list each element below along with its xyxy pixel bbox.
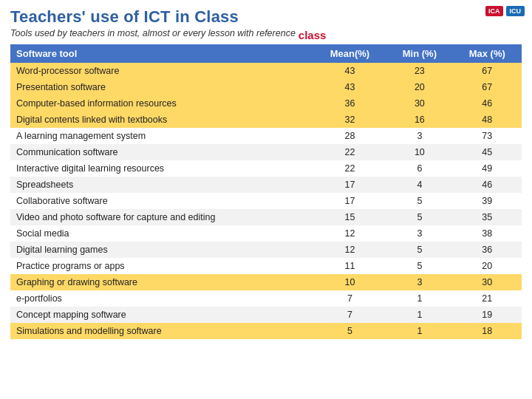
cell-mean: 10 — [313, 274, 387, 290]
cell-min: 3 — [386, 128, 452, 144]
cell-mean: 5 — [313, 323, 387, 339]
cell-max: 18 — [453, 323, 522, 339]
table-row: Simulations and modelling software5118 — [10, 323, 522, 339]
cell-max: 39 — [453, 193, 522, 209]
cell-min: 6 — [386, 160, 452, 177]
page-title: Teachers' use of ICT in Class — [10, 7, 522, 27]
table-row: Communication software221045 — [10, 144, 522, 160]
col-header-mean: Mean(%) — [313, 44, 387, 63]
cell-min: 4 — [386, 177, 452, 193]
cell-max: 45 — [453, 144, 522, 160]
cell-tool: Concept mapping software — [10, 307, 313, 323]
cell-mean: 43 — [313, 63, 387, 79]
cell-tool: Presentation software — [10, 79, 313, 95]
cell-tool: Communication software — [10, 144, 313, 160]
cell-mean: 12 — [313, 225, 387, 242]
cell-mean: 28 — [313, 128, 387, 144]
logo-area: ICA ICU — [485, 6, 525, 16]
cell-mean: 7 — [313, 290, 387, 307]
cell-min: 1 — [386, 290, 452, 307]
table-row: Social media12338 — [10, 225, 522, 242]
table-row: Presentation software432067 — [10, 79, 522, 95]
cell-tool: Interactive digital learning resources — [10, 160, 313, 177]
table-row: Practice programs or apps11520 — [10, 258, 522, 274]
cell-max: 35 — [453, 209, 522, 225]
cell-max: 21 — [453, 290, 522, 307]
table-row: Digital contents linked with textbooks32… — [10, 112, 522, 128]
ica-logo: ICA — [485, 6, 503, 16]
cell-max: 20 — [453, 258, 522, 274]
main-container: ICA ICU Teachers' use of ICT in Class To… — [0, 0, 532, 399]
cell-mean: 22 — [313, 160, 387, 177]
cell-tool: Spreadsheets — [10, 177, 313, 193]
table-row: e-portfolios7121 — [10, 290, 522, 307]
table-row: Word-processor software432367 — [10, 63, 522, 79]
cell-tool: Practice programs or apps — [10, 258, 313, 274]
cell-tool: Graphing or drawing software — [10, 274, 313, 290]
cell-min: 3 — [386, 225, 452, 242]
table-row: A learning management system28373 — [10, 128, 522, 144]
col-header-max: Max (%) — [453, 44, 522, 63]
cell-mean: 11 — [313, 258, 387, 274]
cell-mean: 43 — [313, 79, 387, 95]
subtitle: Tools used by teachers in most, almost o… — [10, 28, 296, 38]
col-header-tool: Software tool — [10, 44, 313, 63]
cell-tool: Video and photo software for capture and… — [10, 209, 313, 225]
table-header-row: Software tool Mean(%) Min (%) Max (%) — [10, 44, 522, 63]
col-header-min: Min (%) — [386, 44, 452, 63]
cell-mean: 17 — [313, 177, 387, 193]
cell-mean: 36 — [313, 95, 387, 112]
table-row: Concept mapping software7119 — [10, 307, 522, 323]
cell-tool: A learning management system — [10, 128, 313, 144]
cell-min: 5 — [386, 209, 452, 225]
data-table: Software tool Mean(%) Min (%) Max (%) Wo… — [10, 44, 522, 339]
cell-max: 38 — [453, 225, 522, 242]
cell-min: 20 — [386, 79, 452, 95]
cell-tool: Computer-based information resources — [10, 95, 313, 112]
cell-max: 46 — [453, 95, 522, 112]
cell-min: 5 — [386, 242, 452, 258]
class-label: class — [299, 29, 327, 41]
cell-mean: 32 — [313, 112, 387, 128]
table-row: Digital learning games12536 — [10, 242, 522, 258]
cell-tool: Collaborative software — [10, 193, 313, 209]
icu-logo: ICU — [506, 6, 525, 16]
cell-min: 23 — [386, 63, 452, 79]
cell-tool: Digital contents linked with textbooks — [10, 112, 313, 128]
table-row: Video and photo software for capture and… — [10, 209, 522, 225]
cell-mean: 7 — [313, 307, 387, 323]
cell-max: 46 — [453, 177, 522, 193]
cell-max: 73 — [453, 128, 522, 144]
cell-max: 19 — [453, 307, 522, 323]
cell-min: 1 — [386, 323, 452, 339]
cell-min: 5 — [386, 193, 452, 209]
cell-min: 3 — [386, 274, 452, 290]
table-row: Spreadsheets17446 — [10, 177, 522, 193]
cell-tool: Social media — [10, 225, 313, 242]
cell-max: 48 — [453, 112, 522, 128]
cell-tool: Simulations and modelling software — [10, 323, 313, 339]
cell-min: 1 — [386, 307, 452, 323]
cell-mean: 22 — [313, 144, 387, 160]
table-row: Computer-based information resources3630… — [10, 95, 522, 112]
table-row: Graphing or drawing software10330 — [10, 274, 522, 290]
table-row: Interactive digital learning resources22… — [10, 160, 522, 177]
cell-min: 5 — [386, 258, 452, 274]
cell-max: 36 — [453, 242, 522, 258]
cell-mean: 12 — [313, 242, 387, 258]
cell-mean: 15 — [313, 209, 387, 225]
cell-tool: Word-processor software — [10, 63, 313, 79]
cell-min: 16 — [386, 112, 452, 128]
cell-min: 10 — [386, 144, 452, 160]
cell-tool: Digital learning games — [10, 242, 313, 258]
table-row: Collaborative software17539 — [10, 193, 522, 209]
cell-max: 67 — [453, 79, 522, 95]
cell-tool: e-portfolios — [10, 290, 313, 307]
cell-max: 49 — [453, 160, 522, 177]
cell-min: 30 — [386, 95, 452, 112]
cell-max: 67 — [453, 63, 522, 79]
cell-mean: 17 — [313, 193, 387, 209]
cell-max: 30 — [453, 274, 522, 290]
